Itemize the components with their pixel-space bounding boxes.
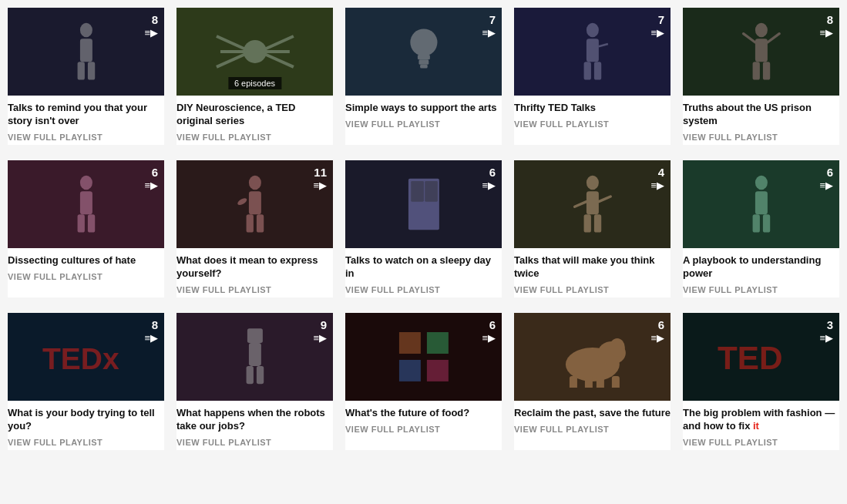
svg-line-19	[598, 44, 607, 46]
svg-rect-36	[411, 181, 424, 202]
episode-count-6: 6	[144, 166, 158, 178]
view-playlist-link-4[interactable]: VIEW FULL PLAYLIST	[514, 119, 671, 129]
svg-rect-52	[256, 366, 263, 384]
card-body-10: A playbook to understanding power VIEW F…	[683, 248, 839, 297]
view-playlist-link-13[interactable]: VIEW FULL PLAYLIST	[345, 425, 502, 434]
view-playlist-link-5[interactable]: VIEW FULL PLAYLIST	[683, 133, 839, 142]
playlist-card-7: 11 ≡▶ What does it mean to express yours…	[176, 160, 333, 297]
svg-point-0	[80, 23, 92, 38]
svg-point-38	[587, 176, 599, 190]
list-icon-12: ≡▶	[313, 332, 327, 344]
card-body-7: What does it mean to express yourself? V…	[176, 248, 333, 297]
svg-rect-47	[762, 214, 769, 232]
thumbnail-bg-15: TED	[683, 313, 839, 401]
card-title-10: A playbook to understanding power	[683, 254, 839, 281]
card-body-3: Simple ways to support the arts VIEW FUL…	[345, 96, 502, 132]
svg-line-5	[217, 36, 247, 50]
card-title-11: What is your body trying to tell you?	[8, 407, 164, 433]
svg-point-26	[80, 176, 92, 190]
card-title-4: Thrifty TED Talks	[514, 102, 671, 115]
svg-rect-43	[593, 214, 600, 232]
list-icon-5: ≡▶	[819, 27, 833, 39]
svg-line-25	[767, 34, 778, 42]
playlist-card-11: TEDx 8 ≡▶ What is your body trying to te…	[8, 313, 164, 450]
svg-point-34	[236, 197, 247, 207]
view-playlist-link-14[interactable]: VIEW FULL PLAYLIST	[514, 425, 671, 434]
episode-count-overlay-5: 8 ≡▶	[819, 14, 833, 39]
thumbnail-6[interactable]: 6 ≡▶	[8, 160, 164, 248]
thumbnail-12[interactable]: 9 ≡▶	[176, 313, 333, 401]
svg-rect-42	[583, 214, 590, 232]
view-playlist-link-15[interactable]: VIEW FULL PLAYLIST	[683, 438, 839, 447]
view-playlist-link-12[interactable]: VIEW FULL PLAYLIST	[176, 438, 333, 447]
view-playlist-link-6[interactable]: VIEW FULL PLAYLIST	[8, 272, 164, 281]
svg-rect-53	[399, 332, 421, 354]
thumbnail-bg-6	[8, 160, 164, 248]
card-title-3: Simple ways to support the arts	[345, 102, 502, 115]
episode-count-12: 9	[313, 319, 327, 331]
thumbnail-2[interactable]: 6 episodes	[176, 8, 333, 96]
list-icon-4: ≡▶	[650, 27, 664, 39]
episode-count-overlay-7: 11 ≡▶	[313, 166, 327, 191]
playlist-card-3: 7 ≡▶ Simple ways to support the arts VIE…	[345, 8, 502, 145]
episode-count-1: 8	[144, 14, 158, 25]
svg-rect-56	[426, 360, 448, 381]
view-playlist-link-3[interactable]: VIEW FULL PLAYLIST	[345, 119, 502, 129]
thumbnail-4[interactable]: 7 ≡▶	[514, 8, 671, 96]
view-playlist-link-10[interactable]: VIEW FULL PLAYLIST	[683, 285, 839, 294]
thumbnail-8[interactable]: 6 ≡▶	[345, 160, 502, 248]
view-playlist-link-11[interactable]: VIEW FULL PLAYLIST	[8, 438, 164, 447]
playlist-card-10: 6 ≡▶ A playbook to understanding power V…	[683, 160, 839, 297]
svg-rect-23	[762, 62, 769, 79]
episode-count-overlay-4: 7 ≡▶	[650, 14, 664, 39]
list-icon-14: ≡▶	[650, 332, 664, 344]
episode-count-overlay-3: 7 ≡▶	[482, 14, 496, 39]
thumbnail-9[interactable]: 4 ≡▶	[514, 160, 671, 248]
card-body-4: Thrifty TED Talks VIEW FULL PLAYLIST	[514, 96, 671, 132]
svg-point-15	[587, 23, 599, 38]
list-icon-8: ≡▶	[482, 180, 496, 191]
thumbnail-3[interactable]: 7 ≡▶	[345, 8, 502, 96]
thumbnail-1[interactable]: 8 ≡▶	[8, 8, 164, 96]
svg-rect-39	[587, 191, 599, 214]
svg-point-20	[755, 23, 768, 38]
view-playlist-link-9[interactable]: VIEW FULL PLAYLIST	[514, 285, 671, 294]
svg-rect-12	[418, 55, 430, 59]
card-title-8: Talks to watch on a sleepy day in	[345, 254, 502, 281]
svg-rect-51	[246, 366, 253, 384]
card-body-14: Reclaim the past, save the future VIEW F…	[514, 401, 671, 437]
card-title-13: What's the future of food?	[345, 407, 502, 420]
card-body-2: DIY Neuroscience, a TED original series …	[176, 96, 333, 145]
card-body-11: What is your body trying to tell you? VI…	[8, 401, 164, 450]
svg-rect-32	[246, 214, 253, 232]
svg-rect-13	[418, 59, 429, 64]
card-title-6: Dissecting cultures of hate	[8, 254, 164, 267]
thumbnail-15[interactable]: TED 3 ≡▶	[683, 313, 839, 401]
svg-point-59	[609, 338, 624, 357]
view-playlist-link-7[interactable]: VIEW FULL PLAYLIST	[176, 285, 333, 294]
card-body-13: What's the future of food? VIEW FULL PLA…	[345, 401, 502, 437]
svg-rect-50	[249, 343, 261, 366]
episode-count-10: 6	[819, 166, 833, 178]
svg-rect-62	[596, 376, 603, 388]
thumbnail-bg-13	[345, 313, 502, 401]
card-title-9: Talks that will make you think twice	[514, 254, 671, 281]
episode-count-overlay-8: 6 ≡▶	[482, 166, 496, 191]
view-playlist-link-2[interactable]: VIEW FULL PLAYLIST	[176, 133, 333, 142]
svg-rect-14	[420, 65, 428, 69]
view-playlist-link-1[interactable]: VIEW FULL PLAYLIST	[8, 133, 164, 142]
thumbnail-5[interactable]: 8 ≡▶	[683, 8, 839, 96]
view-playlist-link-8[interactable]: VIEW FULL PLAYLIST	[345, 285, 502, 294]
thumbnail-bg-11: TEDx	[8, 313, 164, 401]
svg-line-10	[262, 53, 293, 67]
thumbnail-11[interactable]: TEDx 8 ≡▶	[8, 313, 164, 401]
thumbnail-13[interactable]: 6 ≡▶	[345, 313, 502, 401]
playlist-card-12: 9 ≡▶ What happens when the robots take o…	[176, 313, 333, 450]
list-icon-13: ≡▶	[482, 332, 496, 344]
thumbnail-7[interactable]: 11 ≡▶	[176, 160, 333, 248]
card-body-8: Talks to watch on a sleepy day in VIEW F…	[345, 248, 502, 297]
svg-line-41	[598, 197, 610, 202]
thumbnail-14[interactable]: 6 ≡▶	[514, 313, 671, 401]
thumbnail-10[interactable]: 6 ≡▶	[683, 160, 839, 248]
thumbnail-bg-4	[514, 8, 671, 96]
